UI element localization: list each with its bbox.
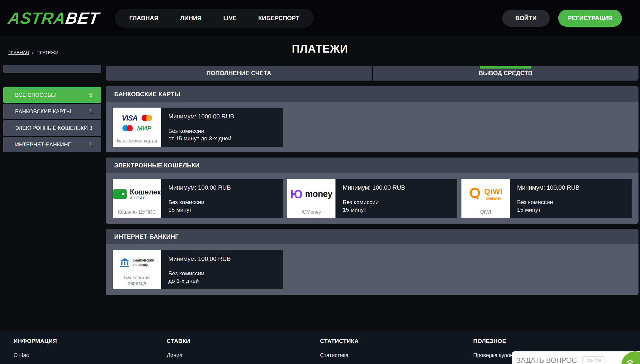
method-info: Минимум: 100.00 RUB Без комиссии 15 мину… (335, 179, 457, 218)
method-info: Минимум: 100.00 RUB Без комиссии 15 мину… (161, 179, 283, 218)
method-logo-tile: VISA МИР Банковские карты (113, 108, 161, 147)
sidebar-item-e-wallets[interactable]: ЭЛЕКТРОННЫЕ КОШЕЛЬКИ 3 (3, 120, 101, 136)
method-logo-tile: Банковский перевод Банковский перевод (113, 250, 161, 289)
double-chevron-up-icon (626, 357, 635, 364)
cupis-brand-text: Кошелек (130, 188, 161, 196)
section-internet-banking: ИНТЕРНЕТ-БАНКИНГ (106, 229, 638, 295)
method-card-qiwi[interactable]: QIWI Кошелек QIWI Минимум: 100.00 RUB Бе… (461, 179, 632, 218)
main-nav: ГЛАВНАЯ ЛИНИЯ LIVE КИБЕРСПОРТ (115, 9, 314, 28)
qiwi-brand-text: QIWI (484, 188, 503, 195)
method-processing-time: 15 минут (517, 206, 624, 213)
title-row: ГЛАВНАЯ/ПЛАТЕЖИ ПЛАТЕЖИ (0, 36, 640, 65)
qiwi-sub-text: Кошелек (486, 197, 501, 200)
yoomoney-text: money (305, 189, 332, 199)
sidebar-item-count: 3 (89, 125, 92, 131)
section-body: Кошелек ЦУПИС Кошелек ЦУПИС Минимум: 100… (106, 173, 638, 224)
method-logo-tile: Ю money ЮMoney (287, 179, 335, 218)
method-info: Минимум: 1000.00 RUB Без комиссии от 15 … (161, 108, 283, 147)
chat-online-badge: on-line (582, 356, 605, 364)
sidebar-item-label: ВСЕ СПОСОБЫ (15, 92, 56, 98)
qiwi-bird-icon (469, 187, 481, 201)
visa-logo: VISA (122, 114, 137, 122)
bank-transfer-text-line1: Банковский (133, 258, 154, 262)
main-area: ВСЕ СПОСОБЫ 5 БАНКОВСКИЕ КАРТЫ 1 ЭЛЕКТРО… (0, 65, 640, 300)
section-body: Банковский перевод Банковский перевод Ми… (106, 244, 638, 295)
sidebar-item-count: 1 (89, 142, 92, 148)
chat-open-button[interactable] (621, 351, 640, 364)
sidebar-item-bank-cards[interactable]: БАНКОВСКИЕ КАРТЫ 1 (3, 104, 101, 119)
method-processing-time: 15 минут (343, 206, 450, 213)
method-card-yoomoney[interactable]: Ю money ЮMoney Минимум: 100.00 RUB Без к… (287, 179, 457, 218)
footer-heading: СТАВКИ (167, 338, 320, 344)
method-commission: Без комиссии (343, 198, 450, 206)
section-bank-cards: БАНКОВСКИЕ КАРТЫ VISA (106, 86, 638, 152)
footer-heading: СТАТИСТИКА (320, 338, 473, 344)
method-processing-time: 15 минут (168, 206, 276, 213)
method-processing-time: от 15 минут до 3-х дней (168, 135, 276, 142)
method-label: QIWI (461, 210, 510, 218)
mastercard-icon (142, 115, 152, 121)
chat-widget[interactable]: ЗАДАТЬ ВОПРОС on-line (512, 351, 640, 364)
logo-part-white: BET (65, 9, 100, 27)
method-label: ЮMoney (287, 210, 335, 218)
payment-filter-list: ВСЕ СПОСОБЫ 5 БАНКОВСКИЕ КАРТЫ 1 ЭЛЕКТРО… (3, 87, 101, 152)
method-card-bank-transfer[interactable]: Банковский перевод Банковский перевод Ми… (113, 250, 283, 289)
method-card-cupis[interactable]: Кошелек ЦУПИС Кошелек ЦУПИС Минимум: 100… (113, 179, 283, 218)
footer-col-bets: СТАВКИ Линия Live (167, 338, 320, 364)
payments-tabs: ПОПОЛНЕНИЕ СЧЕТА ВЫВОД СРЕДСТВ (106, 66, 638, 81)
footer-link-line[interactable]: Линия (167, 352, 320, 359)
bank-building-icon (119, 257, 130, 268)
register-button[interactable]: РЕГИСТРАЦИЯ (558, 10, 622, 27)
nav-item-home[interactable]: ГЛАВНАЯ (129, 15, 158, 22)
sidebar-collapse-bar[interactable] (3, 65, 101, 73)
footer-link-about[interactable]: О Нас (14, 352, 167, 359)
bank-cards-logos: VISA МИР (122, 114, 152, 132)
method-label: Банковские карты (113, 138, 161, 147)
cupis-wallet-icon (113, 189, 127, 199)
section-title: ЭЛЕКТРОННЫЕ КОШЕЛЬКИ (106, 158, 638, 173)
login-button[interactable]: ВОЙТИ (502, 10, 550, 27)
bank-transfer-logo: Банковский перевод (119, 257, 154, 268)
tab-withdraw[interactable]: ВЫВОД СРЕДСТВ (373, 66, 639, 81)
method-minimum: Минимум: 1000.00 RUB (168, 113, 276, 120)
footer-heading: ИНФОРМАЦИЯ (14, 338, 167, 344)
method-logo-tile: QIWI Кошелек QIWI (461, 179, 510, 218)
site-logo[interactable]: ASTRABET (7, 9, 101, 27)
content-area: ПОПОЛНЕНИЕ СЧЕТА ВЫВОД СРЕДСТВ БАНКОВСКИ… (106, 65, 638, 300)
method-commission: Без комиссии (168, 127, 276, 135)
sidebar-item-count: 1 (89, 109, 92, 115)
sidebar-item-internet-banking[interactable]: ИНТЕРНЕТ-БАНКИНГ 1 (3, 137, 101, 152)
method-info: Минимум: 100.00 RUB Без комиссии до 3-х … (161, 250, 283, 289)
nav-item-esports[interactable]: КИБЕРСПОРТ (258, 15, 299, 22)
method-processing-time: до 3-х дней (168, 277, 276, 285)
sidebar-item-label: БАНКОВСКИЕ КАРТЫ (15, 109, 71, 115)
method-label: Банковский перевод (113, 275, 161, 289)
method-commission: Без комиссии (168, 198, 276, 206)
tab-deposit[interactable]: ПОПОЛНЕНИЕ СЧЕТА (106, 66, 373, 81)
nav-item-live[interactable]: LIVE (223, 15, 237, 22)
bank-transfer-text-line2: перевод (133, 263, 154, 267)
cupis-logo: Кошелек ЦУПИС (113, 188, 161, 200)
sidebar-item-all-methods[interactable]: ВСЕ СПОСОБЫ 5 (3, 87, 101, 103)
section-title: БАНКОВСКИЕ КАРТЫ (106, 86, 638, 102)
method-minimum: Минимум: 100.00 RUB (168, 184, 276, 191)
cupis-sub-text: ЦУПИС (130, 197, 161, 200)
mir-logo: МИР (137, 125, 152, 132)
sidebar-item-label: ИНТЕРНЕТ-БАНКИНГ (15, 142, 71, 148)
nav-item-line[interactable]: ЛИНИЯ (180, 15, 202, 22)
method-minimum: Минимум: 100.00 RUB (343, 184, 450, 191)
logo-part-green: ASTRA (7, 9, 67, 27)
footer-col-statistics: СТАТИСТИКА Статистика Результаты▼ (320, 338, 473, 364)
footer-link-statistics[interactable]: Статистика (320, 352, 473, 359)
method-card-bank-cards[interactable]: VISA МИР Банковские карты (113, 108, 283, 147)
method-info: Минимум: 100.00 RUB Без комиссии 15 мину… (510, 179, 632, 218)
section-e-wallets: ЭЛЕКТРОННЫЕ КОШЕЛЬКИ Кошелек ЦУПИС (106, 158, 638, 224)
section-body: VISA МИР Банковские карты (106, 102, 638, 152)
maestro-icon (122, 125, 133, 131)
method-minimum: Минимум: 100.00 RUB (168, 255, 276, 262)
section-title: ИНТЕРНЕТ-БАНКИНГ (106, 229, 638, 244)
sidebar-item-label: ЭЛЕКТРОННЫЕ КОШЕЛЬКИ (15, 125, 88, 131)
method-label: Кошелек ЦУПИС (113, 210, 161, 218)
page-title: ПЛАТЕЖИ (0, 43, 640, 55)
method-commission: Без комиссии (517, 198, 624, 206)
